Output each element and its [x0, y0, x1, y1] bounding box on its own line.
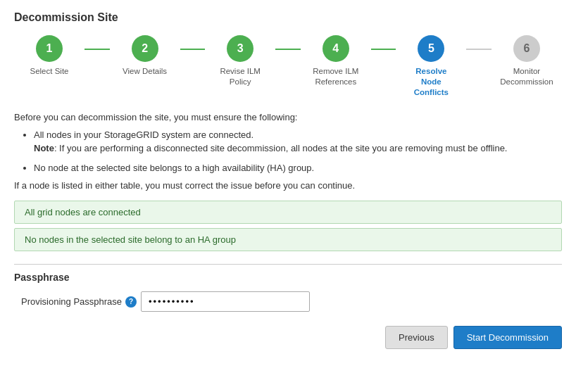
help-icon[interactable]: ? — [125, 296, 137, 308]
step-6-label: MonitorDecommission — [500, 66, 553, 87]
passphrase-input[interactable] — [141, 291, 310, 312]
connector-5-6 — [466, 49, 492, 50]
bullet-2-main: No node at the selected site belongs to … — [34, 163, 314, 173]
info-box-1: All grid nodes are connected — [14, 201, 562, 224]
passphrase-label: Provisioning Passphrase ? — [21, 296, 141, 308]
table-instruction: If a node is listed in either table, you… — [14, 180, 562, 191]
start-decommission-button[interactable]: Start Decommission — [453, 326, 562, 349]
section-divider — [14, 264, 562, 265]
info-box-2: No nodes in the selected site belong to … — [14, 228, 562, 251]
footer-buttons: Previous Start Decommission — [14, 326, 562, 349]
step-5-circle: 5 — [418, 35, 444, 62]
main-content: Before you can decommission the site, yo… — [14, 112, 562, 191]
step-5-label: ResolveNodeConflicts — [414, 66, 449, 98]
step-5: 5 ResolveNodeConflicts — [396, 35, 466, 98]
step-4-circle: 4 — [323, 35, 349, 62]
bullet-1-main: All nodes in your StorageGRID system are… — [34, 129, 508, 154]
step-6-circle: 6 — [513, 35, 540, 62]
connector-2-3 — [180, 49, 206, 50]
note-label: Note — [34, 143, 54, 153]
stepper: 1 Select Site 2 View Details 3 Revise IL… — [14, 35, 562, 98]
note-text: : If you are performing a disconnected s… — [54, 143, 508, 153]
step-1-circle: 1 — [36, 35, 63, 62]
step-4: 4 Remove ILMReferences — [301, 35, 371, 87]
bullet-1: All nodes in your StorageGRID system are… — [34, 128, 562, 156]
step-1-label: Select Site — [30, 66, 69, 77]
passphrase-label-text: Provisioning Passphrase — [21, 296, 122, 307]
step-3: 3 Revise ILMPolicy — [205, 35, 275, 87]
connector-1-2 — [84, 49, 110, 50]
step-4-label: Remove ILMReferences — [313, 66, 358, 87]
step-6: 6 MonitorDecommission — [492, 35, 562, 87]
passphrase-row: Provisioning Passphrase ? — [14, 291, 562, 312]
bullet-2: No node at the selected site belongs to … — [34, 161, 562, 175]
intro-text: Before you can decommission the site, yo… — [14, 112, 562, 122]
step-2-circle: 2 — [132, 35, 158, 62]
page-title: Decommission Site — [14, 11, 562, 24]
step-2: 2 View Details — [110, 35, 180, 77]
step-1: 1 Select Site — [14, 35, 84, 77]
info-boxes: All grid nodes are connected No nodes in… — [14, 201, 562, 251]
connector-4-5 — [371, 49, 396, 50]
step-2-label: View Details — [123, 66, 167, 77]
step-3-circle: 3 — [227, 35, 253, 62]
passphrase-section-title: Passphrase — [14, 272, 562, 283]
bullet-list: All nodes in your StorageGRID system are… — [34, 128, 562, 175]
step-3-label: Revise ILMPolicy — [220, 66, 261, 87]
previous-button[interactable]: Previous — [385, 326, 448, 349]
connector-3-4 — [275, 49, 301, 50]
